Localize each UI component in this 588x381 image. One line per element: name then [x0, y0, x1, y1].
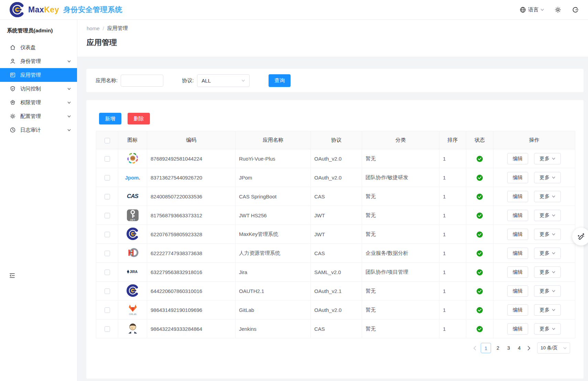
sidebar-item-label: 应用管理 — [20, 72, 71, 78]
more-button[interactable]: 更多 — [534, 172, 561, 183]
row-checkbox[interactable] — [105, 251, 110, 256]
previous-page-button[interactable] — [472, 346, 478, 350]
sidebar-item-label: 身份管理 — [20, 58, 63, 65]
app-protocol: JWT — [311, 225, 362, 244]
current-user-label: 系统管理员(admin) — [0, 20, 77, 38]
sidebar-item-identity[interactable]: 身份管理 — [0, 54, 77, 68]
row-checkbox[interactable] — [105, 156, 110, 162]
app-name: RuoYi-Vue-Plus — [236, 149, 311, 168]
breadcrumb-separator: / — [103, 25, 104, 31]
chevron-down-icon — [552, 290, 555, 292]
status-enabled-icon — [477, 250, 483, 257]
row-checkbox[interactable] — [105, 232, 110, 237]
sidebar-item-access-control[interactable]: 访问控制 — [0, 82, 77, 96]
sidebar-item-permissions[interactable]: 权限管理 — [0, 96, 77, 109]
row-checkbox[interactable] — [105, 307, 110, 313]
sidebar-item-audit-log[interactable]: 日志审计 — [0, 123, 77, 137]
table-row: JIRA 632279563832918016 Jira SAML_v2.0 团… — [96, 263, 575, 282]
edit-button[interactable]: 编辑 — [507, 266, 528, 278]
app-name: Jira — [236, 263, 311, 282]
status-enabled-icon — [477, 307, 483, 313]
brand-title: MaxKey身份安全管理系统 — [28, 5, 122, 14]
chevron-down-icon — [67, 115, 71, 118]
app-category: 企业服务/数据分析 — [362, 244, 439, 263]
row-checkbox[interactable] — [105, 194, 110, 199]
more-button[interactable]: 更多 — [534, 304, 561, 316]
svg-text:JIRA: JIRA — [130, 270, 138, 274]
more-label: 更多 — [540, 231, 549, 238]
search-button[interactable]: 查询 — [269, 74, 291, 87]
page-button-3[interactable]: 3 — [505, 343, 512, 353]
add-button[interactable]: 新增 — [99, 113, 121, 124]
more-button[interactable]: 更多 — [534, 248, 561, 259]
app-protocol: OAuth_v2.0 — [311, 149, 362, 168]
breadcrumb-home-link[interactable]: home — [87, 25, 100, 31]
app-protocol: OAuth_v2.0 — [311, 168, 362, 187]
app-code: 876892492581044224 — [147, 149, 236, 168]
edit-button[interactable]: 编辑 — [507, 323, 528, 335]
more-label: 更多 — [540, 288, 549, 294]
table-row: 622076759805923328 MaxKey管理系统 JWT 暂无 1 编… — [96, 225, 575, 244]
more-button[interactable]: 更多 — [534, 210, 561, 221]
collapse-icon — [9, 273, 15, 279]
more-button[interactable]: 更多 — [534, 229, 561, 240]
protocol-select[interactable]: ALL — [197, 74, 250, 87]
edit-button[interactable]: 编辑 — [507, 285, 528, 297]
more-button[interactable]: 更多 — [534, 153, 561, 164]
maxkey-logo-icon — [10, 2, 25, 17]
page-size-select[interactable]: 10 条/页 — [537, 342, 570, 353]
sidebar-collapse-button[interactable] — [9, 273, 15, 279]
more-button[interactable]: 更多 — [534, 266, 561, 278]
sidebar-item-applications[interactable]: 应用管理 — [0, 68, 77, 82]
row-checkbox[interactable] — [105, 270, 110, 275]
access-icon — [10, 86, 16, 92]
page-button-2[interactable]: 2 — [494, 343, 502, 353]
edit-button[interactable]: 编辑 — [507, 191, 528, 202]
app-sort: 1 — [439, 168, 466, 187]
chevron-down-icon — [552, 233, 555, 236]
row-checkbox[interactable] — [105, 213, 110, 218]
edit-button[interactable]: 编辑 — [507, 229, 528, 240]
more-button[interactable]: 更多 — [534, 323, 561, 335]
page-button-4[interactable]: 4 — [515, 343, 523, 353]
app-sort: 1 — [439, 319, 466, 338]
edit-button[interactable]: 编辑 — [507, 210, 528, 221]
table-row: CAS 824008507220033536 CAS SpringBoot CA… — [96, 187, 575, 206]
edit-button[interactable]: 编辑 — [507, 304, 528, 316]
app-code: 817568793663373312 — [147, 206, 236, 225]
app-name: Jenkins — [236, 319, 311, 338]
app-name: JWT HS256 — [236, 206, 311, 225]
app-sort: 1 — [439, 244, 466, 263]
language-switcher[interactable]: 语言 — [520, 7, 544, 13]
select-all-checkbox[interactable] — [105, 138, 110, 143]
page-button-1[interactable]: 1 — [481, 343, 491, 353]
status-enabled-icon — [477, 231, 483, 238]
theme-tool-button[interactable] — [572, 228, 588, 246]
app-sort: 1 — [439, 187, 466, 206]
app-sort: 1 — [439, 206, 466, 225]
status-enabled-icon — [477, 175, 483, 181]
app-code: 986431492190109696 — [147, 301, 236, 319]
app-category: 暂无 — [362, 319, 439, 338]
row-checkbox[interactable] — [105, 175, 110, 181]
edit-button[interactable]: 编辑 — [507, 153, 528, 164]
delete-button[interactable]: 删除 — [128, 113, 150, 124]
next-page-button[interactable] — [526, 346, 532, 350]
row-checkbox[interactable] — [105, 326, 110, 332]
settings-button[interactable] — [554, 6, 562, 13]
sidebar-item-dashboard[interactable]: 仪表盘 — [0, 41, 77, 54]
sidebar-item-configuration[interactable]: 配置管理 — [0, 109, 77, 123]
edit-button[interactable]: 编辑 — [507, 172, 528, 183]
row-checkbox[interactable] — [105, 289, 110, 294]
breadcrumb-current: 应用管理 — [107, 25, 128, 32]
brand: MaxKey身份安全管理系统 — [10, 2, 122, 17]
app-name-input[interactable] — [121, 75, 163, 87]
main-content: home / 应用管理 应用管理 应用名称: 协议: ALL 查询 新增 删除 — [77, 20, 588, 381]
logout-button[interactable] — [572, 6, 579, 13]
chevron-down-icon — [552, 309, 555, 311]
hr-app-icon: H — [126, 246, 139, 259]
edit-button[interactable]: 编辑 — [507, 248, 528, 259]
page-header: home / 应用管理 应用管理 — [77, 20, 588, 57]
more-button[interactable]: 更多 — [534, 285, 561, 297]
more-button[interactable]: 更多 — [534, 191, 561, 202]
